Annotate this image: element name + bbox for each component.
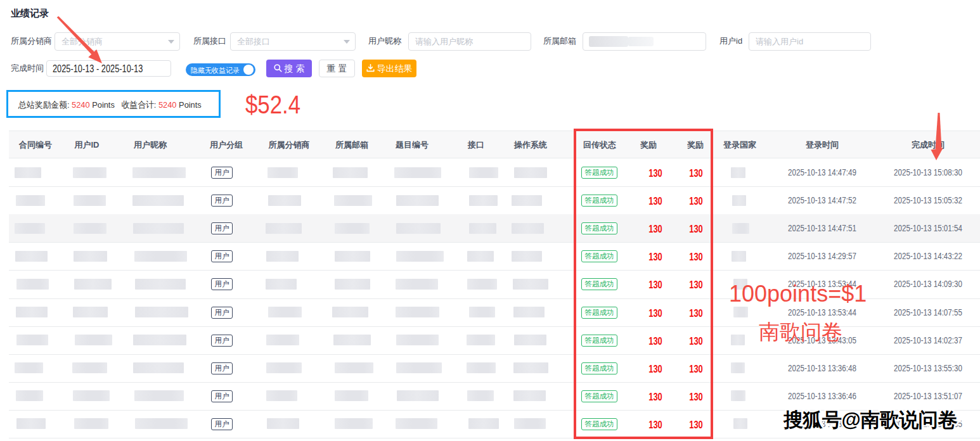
svg-text:搜狐号@南歌说问卷: 搜狐号@南歌说问卷 bbox=[783, 409, 958, 431]
